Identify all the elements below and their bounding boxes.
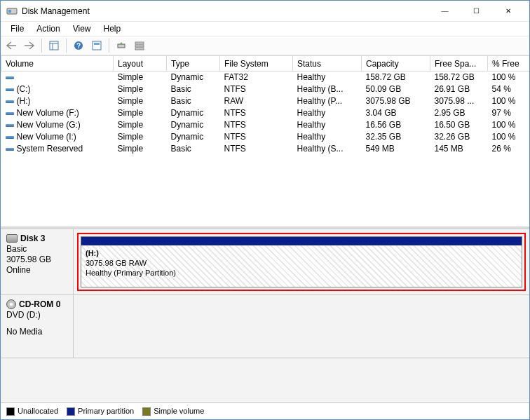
- cell-type: Dynamic: [167, 131, 220, 143]
- menu-action[interactable]: Action: [31, 22, 65, 35]
- svg-rect-7: [93, 41, 101, 50]
- svg-rect-1: [8, 10, 11, 13]
- volume-icon: [6, 136, 14, 139]
- col-free-space[interactable]: Free Spa...: [430, 56, 488, 72]
- menu-help[interactable]: Help: [98, 22, 127, 35]
- back-button[interactable]: [4, 38, 19, 53]
- col-type[interactable]: Type: [167, 56, 220, 72]
- volume-icon: [6, 124, 14, 127]
- cell-status: Healthy (S...: [293, 143, 362, 155]
- cell-type: Basic: [167, 83, 220, 95]
- volume-name: (C:): [17, 84, 31, 94]
- cell-status: Healthy (B...: [293, 83, 362, 95]
- volume-table[interactable]: Volume Layout Type File System Status Ca…: [1, 55, 529, 155]
- volume-name: New Volume (F:): [17, 108, 79, 118]
- cell-type: Dynamic: [167, 119, 220, 131]
- cell-layout: Simple: [114, 95, 167, 107]
- col-layout[interactable]: Layout: [114, 56, 167, 72]
- settings-button[interactable]: [89, 38, 104, 53]
- cell-capacity: 50.09 GB: [362, 83, 430, 95]
- partition-status: Healthy (Primary Partition): [86, 268, 517, 278]
- table-row[interactable]: System ReservedSimpleBasicNTFSHealthy (S…: [1, 143, 530, 155]
- cdrom-empty-area: [74, 295, 529, 358]
- cell-type: Basic: [167, 95, 220, 107]
- table-row[interactable]: (H:)SimpleBasicRAWHealthy (P...3075.98 G…: [1, 95, 530, 107]
- partition-desc: 3075.98 GB RAW: [86, 258, 517, 268]
- properties-button[interactable]: [46, 38, 62, 53]
- menu-bar: File Action View Help: [1, 22, 529, 36]
- menu-view[interactable]: View: [67, 22, 97, 35]
- list-button[interactable]: [132, 38, 147, 53]
- disk-label: CD-ROM 0 DVD (D:) No Media: [1, 295, 74, 358]
- volume-icon: [6, 100, 14, 103]
- cell-capacity: 158.72 GB: [362, 72, 430, 83]
- toolbar-separator: [41, 39, 42, 53]
- cell-layout: Simple: [114, 131, 167, 143]
- col-pct-free[interactable]: % Free: [488, 56, 530, 72]
- cell-type: Basic: [167, 143, 220, 155]
- forward-button[interactable]: [22, 38, 37, 53]
- close-button[interactable]: ✕: [492, 1, 524, 21]
- cell-fs: NTFS: [220, 131, 293, 143]
- svg-rect-12: [135, 48, 144, 50]
- disk-row-disk3[interactable]: Disk 3 Basic 3075.98 GB Online (H:) 3075…: [1, 229, 529, 295]
- volume-icon: [6, 76, 14, 79]
- cell-layout: Simple: [114, 143, 167, 155]
- cell-layout: Simple: [114, 119, 167, 131]
- cell-fs: RAW: [220, 95, 293, 107]
- cell-free: 3075.98 ...: [430, 95, 488, 107]
- col-capacity[interactable]: Capacity: [362, 56, 430, 72]
- menu-file[interactable]: File: [5, 22, 29, 35]
- cell-free: 145 MB: [430, 143, 488, 155]
- partition-header: [81, 237, 522, 245]
- table-header-row: Volume Layout Type File System Status Ca…: [1, 56, 530, 72]
- maximize-button[interactable]: ☐: [461, 1, 492, 21]
- table-row[interactable]: New Volume (I:)SimpleDynamicNTFSHealthy3…: [1, 131, 530, 143]
- help-button[interactable]: ?: [71, 38, 86, 53]
- volume-list-pane: Volume Layout Type File System Status Ca…: [1, 55, 529, 229]
- highlighted-partition: (H:) 3075.98 GB RAW Healthy (Primary Par…: [77, 233, 526, 291]
- disk-name: Disk 3: [20, 233, 45, 243]
- minimize-button[interactable]: —: [429, 1, 461, 21]
- table-row[interactable]: SimpleDynamicFAT32Healthy158.72 GB158.72…: [1, 72, 530, 83]
- toolbar: ?: [1, 36, 529, 55]
- col-filesystem[interactable]: File System: [220, 56, 293, 72]
- volume-icon: [6, 112, 14, 115]
- legend-swatch-unallocated: [6, 407, 15, 416]
- disk-row-cdrom[interactable]: CD-ROM 0 DVD (D:) No Media: [1, 295, 529, 358]
- disk-type: Basic: [6, 244, 67, 254]
- cell-layout: Simple: [114, 72, 167, 83]
- disk-label: Disk 3 Basic 3075.98 GB Online: [1, 229, 74, 294]
- cell-status: Healthy: [293, 131, 362, 143]
- cell-fs: NTFS: [220, 83, 293, 95]
- legend-simple: Simple volume: [154, 407, 204, 415]
- svg-rect-8: [94, 43, 100, 45]
- cdrom-status: No Media: [6, 327, 67, 337]
- app-icon: [6, 6, 18, 17]
- cell-layout: Simple: [114, 107, 167, 119]
- svg-text:?: ?: [76, 42, 81, 50]
- table-row[interactable]: New Volume (G:)SimpleDynamicNTFSHealthy1…: [1, 119, 530, 131]
- volume-name: New Volume (G:): [17, 120, 81, 130]
- cell-free: 32.26 GB: [430, 131, 488, 143]
- cell-pct: 26 %: [488, 143, 530, 155]
- svg-rect-11: [135, 45, 144, 47]
- cell-free: 2.95 GB: [430, 107, 488, 119]
- table-row[interactable]: New Volume (F:)SimpleDynamicNTFSHealthy3…: [1, 107, 530, 119]
- cell-status: Healthy: [293, 107, 362, 119]
- window-title: Disk Management: [22, 6, 429, 16]
- toolbar-separator: [66, 39, 67, 53]
- volume-icon: [6, 88, 14, 91]
- cell-fs: FAT32: [220, 72, 293, 83]
- col-status[interactable]: Status: [293, 56, 362, 72]
- table-row[interactable]: (C:)SimpleBasicNTFSHealthy (B...50.09 GB…: [1, 83, 530, 95]
- svg-rect-2: [50, 41, 58, 50]
- refresh-button[interactable]: [114, 38, 129, 53]
- partition-h[interactable]: (H:) 3075.98 GB RAW Healthy (Primary Par…: [81, 236, 522, 287]
- col-volume[interactable]: Volume: [1, 56, 114, 72]
- legend-swatch-primary: [67, 407, 75, 416]
- cell-free: 16.50 GB: [430, 119, 488, 131]
- cell-capacity: 16.56 GB: [362, 119, 430, 131]
- legend-primary: Primary partition: [78, 407, 134, 415]
- svg-rect-10: [135, 42, 144, 44]
